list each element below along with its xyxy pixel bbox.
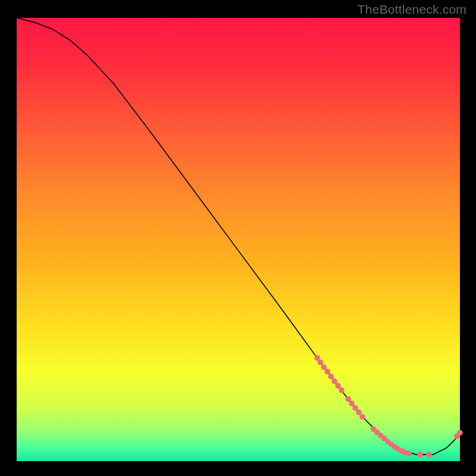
scatter-point bbox=[339, 387, 345, 393]
scatter-point bbox=[328, 374, 334, 380]
chart-container: TheBottleneck.com bbox=[0, 0, 476, 476]
scatter-point bbox=[321, 364, 327, 370]
scatter-point bbox=[417, 452, 423, 458]
scatter-point bbox=[331, 378, 337, 384]
watermark-text: TheBottleneck.com bbox=[358, 2, 466, 17]
scatter-point bbox=[324, 369, 330, 375]
plot-area bbox=[17, 18, 460, 461]
scatter-point bbox=[457, 430, 463, 436]
scatter-point bbox=[335, 383, 341, 389]
scatter-point bbox=[352, 405, 358, 411]
scatter-point bbox=[345, 396, 351, 402]
scatter-point bbox=[356, 409, 362, 415]
scatter-point bbox=[406, 451, 412, 457]
scatter-point bbox=[359, 414, 365, 420]
scatter-point bbox=[349, 400, 355, 406]
gradient-background bbox=[17, 18, 460, 461]
scatter-point bbox=[318, 359, 324, 365]
chart-svg bbox=[17, 18, 460, 461]
scatter-point bbox=[426, 452, 432, 458]
